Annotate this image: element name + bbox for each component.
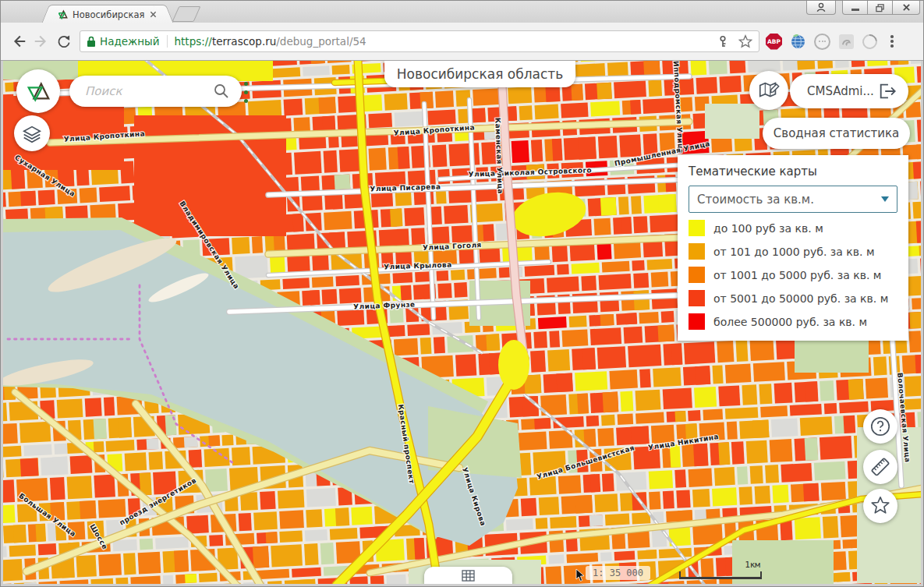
url-host: terrascop.ru: [212, 35, 276, 48]
pdf-extension-icon[interactable]: [839, 34, 854, 49]
favicon-terrascop-icon: [57, 9, 69, 20]
legend-item: более 500000 руб. за кв. м: [689, 313, 897, 330]
data-table-toggle[interactable]: [424, 567, 512, 584]
url-scheme: https://: [175, 35, 212, 48]
logout-icon[interactable]: [877, 82, 897, 101]
search-box[interactable]: [69, 76, 242, 107]
forward-icon: [33, 33, 50, 50]
tab-title: Новосибирская область: [73, 9, 147, 20]
legend-item: до 100 руб за кв. м: [689, 220, 897, 236]
scale-ratio: 1: 35 000: [586, 566, 650, 580]
password-key-icon[interactable]: [717, 35, 729, 48]
legend-color-swatch: [689, 220, 705, 236]
legend-color-swatch: [689, 243, 705, 260]
reload-icon: [56, 34, 72, 49]
browser-window: Новосибирская область: [0, 0, 924, 587]
scale-bar: 1км: [679, 571, 762, 579]
close-button[interactable]: [893, 1, 920, 15]
region-title-banner: Новосибирская область: [384, 61, 575, 87]
map-area: Сухарная УлицаВладимировская УлицаУлица …: [3, 61, 921, 584]
map-edit-button[interactable]: [749, 71, 788, 110]
selected-layer-label: Стоимость за кв.м.: [697, 193, 814, 207]
help-icon: [869, 415, 891, 437]
legend-item: от 101 до 1000 руб. за кв. м: [689, 243, 897, 260]
back-icon: [10, 33, 27, 50]
legend-item: от 1001 до 5000 руб. за кв. м: [689, 267, 897, 283]
download-manager-extension-icon[interactable]: [859, 31, 880, 52]
profile-button[interactable]: [806, 1, 836, 15]
user-account-button[interactable]: CMSAdmi...: [790, 74, 908, 108]
secure-lock-icon[interactable]: [87, 36, 96, 48]
layers-icon: [21, 122, 43, 144]
extensions-row: ABP: [766, 34, 897, 50]
thematic-layer-select[interactable]: Стоимость за кв.м.: [689, 186, 897, 213]
url-text: https://terrascop.ru/debug_portal/54: [175, 35, 717, 48]
maximize-icon: [875, 3, 885, 12]
help-button[interactable]: [863, 409, 897, 444]
url-path: /debug_portal/54: [276, 35, 366, 48]
layers-button[interactable]: [14, 115, 50, 151]
dropdown-caret-icon: [881, 196, 889, 202]
new-tab-button[interactable]: [172, 6, 201, 22]
region-title: Новосибирская область: [397, 66, 563, 82]
address-bar[interactable]: Надежный https://terrascop.ru/debug_port…: [80, 30, 759, 52]
ruler-icon: [869, 455, 892, 479]
adblock-extension-icon[interactable]: ABP: [766, 34, 782, 50]
browser-toolbar: Надежный https://terrascop.ru/debug_port…: [1, 23, 923, 61]
terrascop-logo-icon: [25, 78, 51, 104]
window-controls: [806, 1, 920, 15]
browser-tab[interactable]: Новосибирская область: [52, 5, 163, 23]
legend-item-label: от 5001 до 50000 руб. за кв. м: [705, 292, 888, 305]
forward-button[interactable]: [30, 30, 52, 53]
legend-items: до 100 руб за кв. мот 101 до 1000 руб. з…: [689, 220, 897, 330]
minimize-button[interactable]: [842, 1, 868, 15]
reload-button[interactable]: [52, 30, 75, 53]
legend-item-label: до 100 руб за кв. м: [705, 222, 823, 235]
logo-button[interactable]: [16, 69, 60, 113]
back-button[interactable]: [7, 30, 30, 53]
legend-color-swatch: [689, 290, 705, 306]
legend-item: от 5001 до 50000 руб. за кв. м: [689, 290, 897, 306]
tab-close-icon[interactable]: [150, 11, 157, 18]
minimize-icon: [851, 9, 859, 11]
legend-item-label: от 1001 до 5000 руб. за кв. м: [705, 269, 881, 281]
search-input[interactable]: [83, 83, 212, 99]
thematic-maps-title: Тематические карты: [689, 164, 897, 179]
summary-statistics-label: Сводная статистика: [774, 126, 899, 140]
table-grid-icon: [462, 570, 475, 582]
search-menu-dots[interactable]: [244, 82, 248, 103]
legend-color-swatch: [689, 313, 705, 330]
map-edit-icon: [757, 79, 781, 102]
measure-button[interactable]: [863, 450, 897, 484]
maximize-button[interactable]: [868, 1, 893, 15]
url-divider: [167, 35, 168, 48]
search-icon[interactable]: [212, 82, 231, 101]
legend-color-swatch: [689, 267, 705, 283]
star-icon: [869, 495, 891, 517]
person-icon: [816, 2, 827, 12]
scale-bar-label: 1км: [745, 560, 760, 570]
close-icon: [902, 3, 911, 12]
globe-extension-icon[interactable]: [791, 34, 805, 49]
thematic-maps-panel: Тематические карты Стоимость за кв.м. до…: [678, 155, 908, 341]
security-label: Надежный: [100, 35, 160, 48]
summary-statistics-button[interactable]: Сводная статистика: [763, 118, 910, 149]
pdf-swirl-icon: [841, 37, 851, 47]
legend-item-label: более 500000 руб. за кв. м: [705, 316, 867, 328]
browser-menu-icon[interactable]: [887, 35, 897, 48]
favorites-button[interactable]: [863, 489, 897, 523]
bookmark-star-icon[interactable]: [738, 34, 752, 48]
tab-strip: Новосибирская область: [1, 1, 923, 23]
devtools-extension-icon[interactable]: [814, 34, 830, 50]
legend-item-label: от 101 до 1000 руб. за кв. м: [705, 246, 874, 258]
user-name-label: CMSAdmi...: [807, 84, 874, 98]
